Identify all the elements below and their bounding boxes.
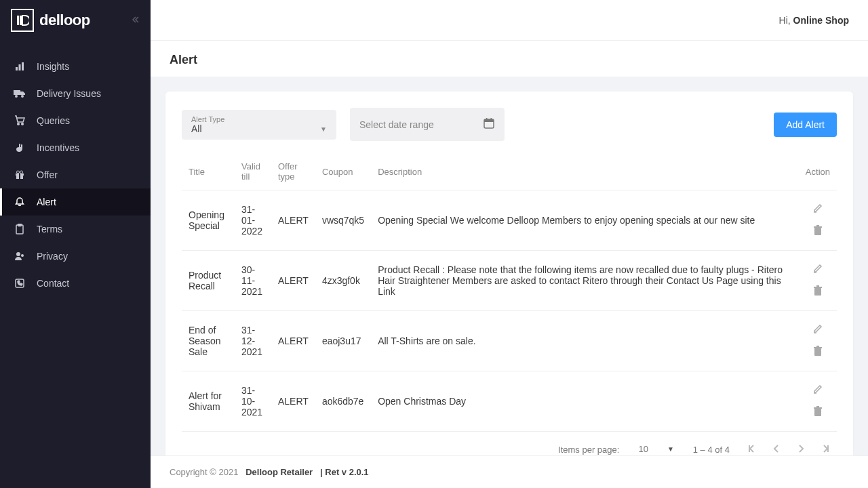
- sidebar-item-label: Delivery Issues: [37, 88, 101, 99]
- cell-action: [799, 251, 837, 311]
- sidebar-item-label: Offer: [37, 169, 58, 180]
- sidebar-item-label: Terms: [37, 224, 62, 235]
- cell-coupon: eaoj3u17: [315, 311, 371, 371]
- edit-button[interactable]: [812, 203, 823, 216]
- gift-icon: [14, 169, 26, 180]
- cell-action: [799, 371, 837, 432]
- pager-per-page-select[interactable]: 10 ▼: [635, 443, 676, 455]
- table-row: Alert for Shivam31-10-2021ALERTaok6db7eO…: [182, 371, 837, 432]
- chevron-down-icon: ▼: [667, 445, 674, 453]
- svg-rect-34: [814, 407, 822, 409]
- svg-rect-31: [814, 347, 822, 348]
- svg-point-13: [17, 171, 20, 174]
- clipboard-icon: [14, 224, 26, 235]
- sidebar-item-label: Incentives: [37, 142, 79, 153]
- sidebar-collapse-button[interactable]: [130, 15, 140, 26]
- sidebar: delloop Insights Delivery Issues Queries…: [0, 0, 151, 488]
- delete-button[interactable]: [813, 225, 823, 238]
- cell-offer: ALERT: [271, 311, 315, 371]
- cell-valid: 30-11-2021: [235, 251, 271, 311]
- truck-icon: [14, 89, 26, 98]
- date-range-picker[interactable]: Select date range: [350, 108, 505, 141]
- svg-rect-32: [816, 346, 819, 347]
- edit-button[interactable]: [812, 263, 823, 276]
- pager-prev-button[interactable]: [772, 444, 781, 455]
- footer: Copyright © 2021 Delloop Retailer | Ret …: [151, 455, 868, 488]
- svg-rect-35: [816, 406, 819, 407]
- sidebar-item-label: Privacy: [37, 251, 68, 262]
- sidebar-item-insights[interactable]: Insights: [0, 53, 151, 80]
- chart-icon: [14, 61, 26, 72]
- user-icon: [14, 251, 26, 262]
- select-label: Alert Type: [191, 115, 327, 123]
- sidebar-item-contact[interactable]: Contact: [0, 270, 151, 297]
- sidebar-item-terms[interactable]: Terms: [0, 216, 151, 243]
- cell-title: Opening Special: [182, 190, 235, 251]
- svg-rect-23: [491, 118, 492, 121]
- svg-point-7: [21, 95, 24, 98]
- pager-next-button[interactable]: [796, 444, 806, 455]
- svg-point-6: [15, 95, 18, 98]
- delete-button[interactable]: [813, 406, 823, 419]
- svg-rect-5: [14, 90, 20, 95]
- edit-button[interactable]: [812, 323, 823, 336]
- svg-point-17: [16, 252, 20, 256]
- th-coupon: Coupon: [315, 153, 371, 190]
- cart-icon: [14, 115, 26, 126]
- pager-last-button[interactable]: [821, 443, 831, 456]
- sidebar-item-privacy[interactable]: Privacy: [0, 243, 151, 270]
- main: Hi, Online Shop Alert Alert Type All ▼ S…: [151, 0, 868, 488]
- edit-button[interactable]: [812, 384, 823, 396]
- greeting: Hi, Online Shop: [779, 15, 849, 26]
- sidebar-item-offer[interactable]: Offer: [0, 161, 151, 188]
- svg-rect-21: [484, 119, 494, 122]
- phone-icon: [14, 279, 26, 288]
- card: Alert Type All ▼ Select date range Add A…: [165, 92, 853, 455]
- greeting-prefix: Hi,: [779, 15, 793, 26]
- th-title: Title: [182, 153, 235, 190]
- th-action: Action: [799, 153, 837, 190]
- calendar-icon: [483, 117, 495, 131]
- svg-point-9: [22, 123, 24, 125]
- cell-title: End of Season Sale: [182, 311, 235, 371]
- add-alert-button[interactable]: Add Alert: [774, 113, 837, 137]
- sidebar-item-delivery[interactable]: Delivery Issues: [0, 80, 151, 107]
- pager-range: 1 – 4 of 4: [693, 445, 730, 455]
- footer-product: Delloop Retailer: [245, 467, 313, 477]
- cell-description: Open Christmas Day: [371, 371, 799, 432]
- sidebar-item-label: Alert: [37, 197, 56, 207]
- cell-offer: ALERT: [271, 371, 315, 432]
- select-value: All: [191, 123, 327, 134]
- alert-type-select[interactable]: Alert Type All ▼: [182, 110, 336, 140]
- table-row: End of Season Sale31-12-2021ALERTeaoj3u1…: [182, 311, 837, 371]
- svg-point-14: [20, 171, 23, 174]
- bell-icon: [14, 197, 26, 207]
- alerts-table: Title Valid till Offer type Coupon Descr…: [182, 153, 837, 432]
- svg-rect-22: [486, 118, 488, 121]
- cell-offer: ALERT: [271, 190, 315, 251]
- content: Alert Type All ▼ Select date range Add A…: [151, 77, 868, 455]
- sidebar-item-incentives[interactable]: Incentives: [0, 134, 151, 161]
- delete-button[interactable]: [813, 285, 823, 298]
- th-offer: Offer type: [271, 153, 315, 190]
- logo-row: delloop: [0, 0, 151, 41]
- delete-button[interactable]: [813, 346, 823, 359]
- cell-valid: 31-01-2022: [235, 190, 271, 251]
- svg-rect-24: [814, 228, 821, 235]
- svg-rect-28: [814, 287, 822, 288]
- sidebar-item-alert[interactable]: Alert: [0, 188, 151, 216]
- svg-rect-3: [19, 64, 21, 70]
- chevron-down-icon: ▼: [320, 125, 327, 133]
- cell-valid: 31-10-2021: [235, 371, 271, 432]
- svg-rect-26: [816, 225, 819, 226]
- svg-rect-16: [18, 224, 22, 226]
- sidebar-nav: Insights Delivery Issues Queries Incenti…: [0, 41, 151, 297]
- brand-name: delloop: [39, 12, 90, 29]
- pager-first-button[interactable]: [746, 443, 757, 456]
- cell-action: [799, 311, 837, 371]
- cell-action: [799, 190, 837, 251]
- table-row: Opening Special31-01-2022ALERTvwsq7qk5Op…: [182, 190, 837, 251]
- sidebar-item-queries[interactable]: Queries: [0, 107, 151, 134]
- cell-description: Opening Special We welcome Delloop Membe…: [371, 190, 799, 251]
- th-valid: Valid till: [235, 153, 271, 190]
